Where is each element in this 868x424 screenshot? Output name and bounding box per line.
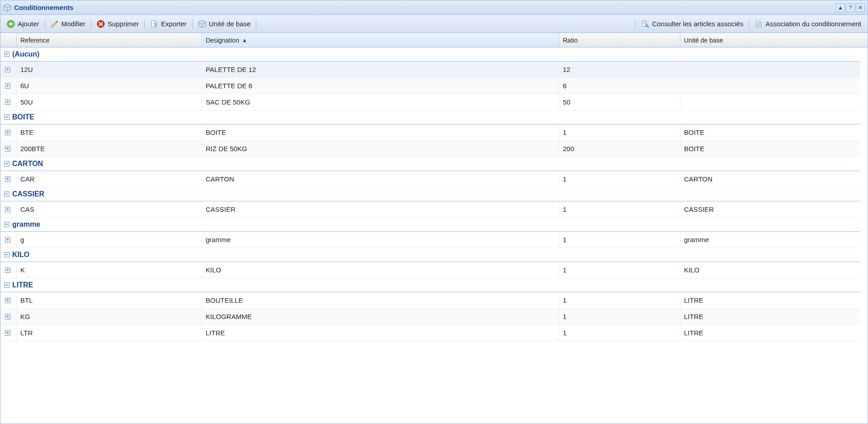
expand-cell: + xyxy=(0,201,17,217)
table-row[interactable]: +CARCARTON1CARTON xyxy=(0,171,860,187)
cell-unite: LITRE xyxy=(680,325,860,341)
table-row[interactable]: +200BTERIZ DE 50KG200BOITE xyxy=(0,141,860,157)
cell-designation: SAC DE 50KG xyxy=(202,94,559,110)
cell-designation: CARTON xyxy=(202,171,559,187)
table-row[interactable]: +12UPALETTE DE 1212 xyxy=(0,62,860,78)
delete-label: Supprimer xyxy=(108,20,139,28)
group-header[interactable]: −KILO xyxy=(0,248,860,262)
table-row[interactable]: +BTEBOITE1BOITE xyxy=(0,124,860,141)
separator xyxy=(192,19,193,29)
cell-designation: RIZ DE 50KG xyxy=(202,141,559,157)
expand-row-icon[interactable]: + xyxy=(5,298,10,303)
cell-reference: 6U xyxy=(17,78,202,94)
table-row[interactable]: +LTRLITRE1LITRE xyxy=(0,325,860,341)
group-header[interactable]: −gramme xyxy=(0,218,860,232)
table-row[interactable]: +BTLBOUTEILLE1LITRE xyxy=(0,292,860,309)
expand-row-icon[interactable]: + xyxy=(5,314,10,319)
cell-ratio: 6 xyxy=(559,78,680,94)
expand-row-icon[interactable]: + xyxy=(5,176,10,182)
expand-cell: + xyxy=(0,62,17,77)
column-header-ratio[interactable]: Ratio xyxy=(559,33,680,47)
delete-button[interactable]: Supprimer xyxy=(93,19,142,29)
group-header[interactable]: −(Aucun) xyxy=(0,48,860,62)
sort-asc-icon: ▲ xyxy=(242,37,247,43)
cell-reference: K xyxy=(17,262,202,278)
expand-cell: + xyxy=(0,262,17,278)
table-row[interactable]: +KKILO1KILO xyxy=(0,262,860,278)
separator xyxy=(45,19,45,29)
group-header[interactable]: −CARTON xyxy=(0,157,860,171)
column-header-designation[interactable]: Designation ▲ xyxy=(202,33,559,47)
svg-rect-20 xyxy=(757,23,761,27)
cell-ratio: 1 xyxy=(559,171,680,187)
table-row[interactable]: +KGKILOGRAMME1LITRE xyxy=(0,309,860,325)
table-row[interactable]: +ggramme1gramme xyxy=(0,232,860,248)
cell-ratio: 1 xyxy=(559,292,680,308)
collapse-icon[interactable]: − xyxy=(4,252,9,257)
expand-row-icon[interactable]: + xyxy=(5,330,10,336)
table-row[interactable]: +50USAC DE 50KG50 xyxy=(0,94,860,110)
cell-unite xyxy=(680,94,860,110)
separator xyxy=(144,19,145,29)
expand-row-icon[interactable]: + xyxy=(5,146,10,152)
expand-row-icon[interactable]: + xyxy=(5,207,10,212)
edit-button[interactable]: Modifier xyxy=(47,19,89,29)
cell-ratio: 1 xyxy=(559,262,680,278)
panel-title-text: Conditionnements xyxy=(14,4,74,11)
table-row[interactable]: +CASCASSIER1CASSIER xyxy=(0,201,860,218)
separator xyxy=(635,19,636,29)
group-name: CASSIER xyxy=(12,190,44,198)
expand-row-icon[interactable]: + xyxy=(5,237,10,243)
table-row[interactable]: +6UPALETTE DE 66 xyxy=(0,78,860,94)
collapse-icon[interactable]: − xyxy=(4,222,9,227)
cell-unite xyxy=(680,78,860,94)
group-name: gramme xyxy=(12,220,40,229)
collapse-icon[interactable]: − xyxy=(4,114,9,120)
svg-marker-6 xyxy=(52,22,57,26)
cell-designation: KILO xyxy=(202,262,559,278)
cell-ratio: 1 xyxy=(559,201,680,217)
group-header[interactable]: −LITRE xyxy=(0,278,860,292)
delete-icon xyxy=(97,20,105,28)
group-header[interactable]: −CASSIER xyxy=(0,187,860,201)
expand-row-icon[interactable]: + xyxy=(5,83,10,89)
separator xyxy=(749,19,749,29)
document-search-icon xyxy=(641,20,649,28)
expand-row-icon[interactable]: + xyxy=(5,100,10,105)
expand-row-icon[interactable]: + xyxy=(5,67,10,72)
column-header-unite[interactable]: Unité de base xyxy=(680,33,868,47)
collapse-button[interactable]: ▲ xyxy=(836,3,845,12)
help-button[interactable]: ? xyxy=(846,3,855,12)
expand-row-icon[interactable]: + xyxy=(5,130,10,135)
grid-body[interactable]: −(Aucun)+12UPALETTE DE 1212+6UPALETTE DE… xyxy=(0,48,868,424)
group-name: BOITE xyxy=(12,113,34,121)
column-header-expand[interactable] xyxy=(0,33,17,47)
expand-cell: + xyxy=(0,124,17,140)
cell-unite xyxy=(680,62,860,77)
collapse-icon[interactable]: − xyxy=(4,161,9,167)
collapse-icon[interactable]: − xyxy=(4,282,9,288)
cell-ratio: 1 xyxy=(559,124,680,140)
cell-designation: CASSIER xyxy=(202,201,559,217)
cell-reference: 50U xyxy=(17,94,202,110)
collapse-icon[interactable]: − xyxy=(4,191,9,197)
assoc-cond-button[interactable]: Association du conditionnement xyxy=(751,19,865,29)
cell-reference: CAR xyxy=(17,171,202,187)
cell-reference: KG xyxy=(17,309,202,324)
add-button[interactable]: Ajouter xyxy=(3,19,43,29)
cell-ratio: 1 xyxy=(559,232,680,248)
group-header[interactable]: −BOITE xyxy=(0,110,860,124)
export-button[interactable]: Exporter xyxy=(146,19,190,29)
assoc-cond-label: Association du conditionnement xyxy=(765,20,861,28)
collapse-icon[interactable]: − xyxy=(4,52,9,57)
base-unit-label: Unité de base xyxy=(209,20,251,28)
close-button[interactable]: ✕ xyxy=(856,3,865,12)
column-header-reference[interactable]: Reference xyxy=(17,33,202,47)
consult-articles-button[interactable]: Consulter les articles associés xyxy=(637,19,747,29)
add-label: Ajouter xyxy=(18,20,39,28)
cell-reference: BTL xyxy=(17,292,202,308)
cell-unite: gramme xyxy=(680,232,860,248)
expand-row-icon[interactable]: + xyxy=(5,267,10,273)
base-unit-button[interactable]: Unité de base xyxy=(194,19,255,29)
cell-designation: PALETTE DE 12 xyxy=(202,62,559,77)
